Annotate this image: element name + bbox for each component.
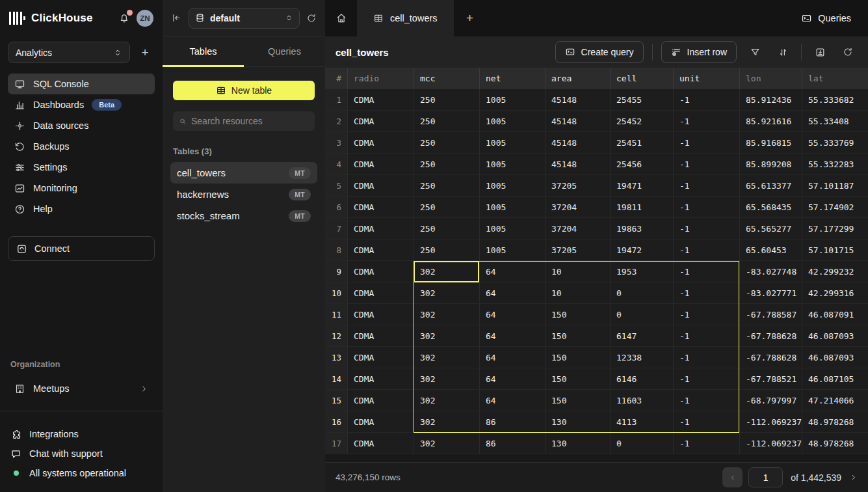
table-cell[interactable]: CDMA: [347, 261, 414, 282]
doc-tab-cell-towers[interactable]: cell_towers: [357, 0, 454, 36]
table-cell[interactable]: 150: [545, 347, 610, 368]
table-cell[interactable]: -1: [673, 261, 739, 282]
table-cell[interactable]: 55.333769: [802, 132, 858, 153]
table-cell[interactable]: -1: [673, 197, 739, 217]
table-cell[interactable]: 302: [414, 347, 479, 368]
table-cell[interactable]: 57.174902: [802, 197, 858, 217]
table-cell[interactable]: 86: [479, 411, 545, 432]
sidebar-item-chat-support[interactable]: Chat with support: [0, 444, 163, 463]
table-cell[interactable]: 45148: [545, 89, 610, 110]
table-cell[interactable]: 19863: [610, 218, 673, 239]
table-cell[interactable]: 85.899208: [739, 154, 802, 174]
table-cell[interactable]: 302: [414, 390, 479, 411]
prev-page-button[interactable]: [722, 467, 743, 487]
table-cell[interactable]: -67.788587: [739, 304, 802, 325]
table-cell[interactable]: -1: [673, 304, 739, 325]
table-cell[interactable]: -1: [673, 325, 739, 346]
avatar[interactable]: ZN: [137, 10, 153, 27]
table-cell[interactable]: 1005: [479, 239, 545, 260]
table-cell[interactable]: 1005: [479, 132, 545, 153]
table-cell[interactable]: CDMA: [347, 411, 414, 432]
row-number[interactable]: 2: [325, 111, 347, 131]
table-cell[interactable]: 250: [414, 175, 479, 196]
row-number[interactable]: 5: [325, 175, 347, 196]
table-cell[interactable]: 1005: [479, 111, 545, 131]
table-cell[interactable]: 57.101187: [802, 175, 858, 196]
row-number[interactable]: 14: [325, 368, 347, 389]
table-cell[interactable]: -1: [673, 111, 739, 131]
table-cell[interactable]: 46.087093: [802, 347, 858, 368]
table-cell[interactable]: 250: [414, 89, 479, 110]
table-cell[interactable]: 11603: [610, 390, 673, 411]
table-cell[interactable]: -1: [673, 175, 739, 196]
table-cell[interactable]: -1: [673, 239, 739, 260]
table-list-item-hackernews[interactable]: hackernews MT: [170, 184, 317, 205]
table-cell[interactable]: 19811: [610, 197, 673, 217]
table-cell[interactable]: 64: [479, 347, 545, 368]
table-cell[interactable]: 0: [610, 304, 673, 325]
table-cell[interactable]: -67.788628: [739, 347, 802, 368]
table-cell[interactable]: 57.177299: [802, 218, 858, 239]
new-table-button[interactable]: New table: [173, 81, 315, 100]
table-cell[interactable]: 64: [479, 261, 545, 282]
table-cell[interactable]: 250: [414, 239, 479, 260]
table-cell[interactable]: CDMA: [347, 175, 414, 196]
sidebar-item-backups[interactable]: Backups: [8, 136, 155, 157]
sidebar-item-dashboards[interactable]: Dashboards Beta: [8, 94, 155, 115]
table-list-item-stocks-stream[interactable]: stocks_stream MT: [170, 205, 317, 226]
table-cell[interactable]: 64: [479, 282, 545, 303]
row-number[interactable]: 7: [325, 218, 347, 239]
table-cell[interactable]: 37204: [545, 218, 610, 239]
queries-button[interactable]: Queries: [801, 13, 851, 24]
column-header-area[interactable]: area: [545, 68, 610, 89]
column-header-cell[interactable]: cell: [610, 68, 673, 89]
table-cell[interactable]: 6146: [610, 368, 673, 389]
row-number[interactable]: 16: [325, 411, 347, 432]
table-cell[interactable]: CDMA: [347, 304, 414, 325]
table-cell[interactable]: 25455: [610, 89, 673, 110]
table-cell[interactable]: 250: [414, 111, 479, 131]
table-cell[interactable]: 1005: [479, 175, 545, 196]
table-cell[interactable]: 64: [479, 304, 545, 325]
table-cell[interactable]: 25456: [610, 154, 673, 174]
row-number[interactable]: 3: [325, 132, 347, 153]
row-number[interactable]: 10: [325, 282, 347, 303]
table-cell[interactable]: 55.332283: [802, 154, 858, 174]
table-cell[interactable]: 65.565277: [739, 218, 802, 239]
table-cell[interactable]: 65.568435: [739, 197, 802, 217]
column-header-mcc[interactable]: mcc: [414, 68, 479, 89]
table-cell[interactable]: 65.613377: [739, 175, 802, 196]
column-header-radio[interactable]: radio: [347, 68, 414, 89]
workspace-select[interactable]: Analytics: [8, 42, 130, 63]
table-cell[interactable]: 85.912436: [739, 89, 802, 110]
table-cell[interactable]: 86: [479, 433, 545, 454]
table-cell[interactable]: -1: [673, 347, 739, 368]
table-cell[interactable]: CDMA: [347, 433, 414, 454]
table-cell[interactable]: 37204: [545, 197, 610, 217]
sidebar-item-meetups[interactable]: Meetups: [8, 378, 155, 399]
row-number[interactable]: 15: [325, 390, 347, 411]
table-cell[interactable]: 150: [545, 304, 610, 325]
column-header-lon[interactable]: lon: [739, 68, 802, 89]
connect-button[interactable]: Connect: [8, 236, 155, 261]
system-status-link[interactable]: All systems operational: [0, 463, 163, 483]
row-number[interactable]: 13: [325, 347, 347, 368]
sidebar-item-integrations[interactable]: Integrations: [0, 424, 163, 444]
table-cell[interactable]: 0: [610, 433, 673, 454]
table-cell[interactable]: 1005: [479, 89, 545, 110]
table-cell[interactable]: CDMA: [347, 111, 414, 131]
table-cell[interactable]: CDMA: [347, 132, 414, 153]
table-cell[interactable]: 1953: [610, 261, 673, 282]
next-page-button[interactable]: [849, 473, 858, 482]
table-cell[interactable]: 4113: [610, 411, 673, 432]
table-cell[interactable]: 48.978268: [802, 433, 858, 454]
table-cell[interactable]: -1: [673, 89, 739, 110]
table-cell[interactable]: 12338: [610, 347, 673, 368]
row-number[interactable]: 6: [325, 197, 347, 217]
new-tab-button[interactable]: +: [454, 0, 486, 36]
table-cell[interactable]: CDMA: [347, 347, 414, 368]
table-cell[interactable]: CDMA: [347, 390, 414, 411]
table-cell[interactable]: CDMA: [347, 89, 414, 110]
table-cell[interactable]: CDMA: [347, 282, 414, 303]
table-cell[interactable]: 250: [414, 154, 479, 174]
